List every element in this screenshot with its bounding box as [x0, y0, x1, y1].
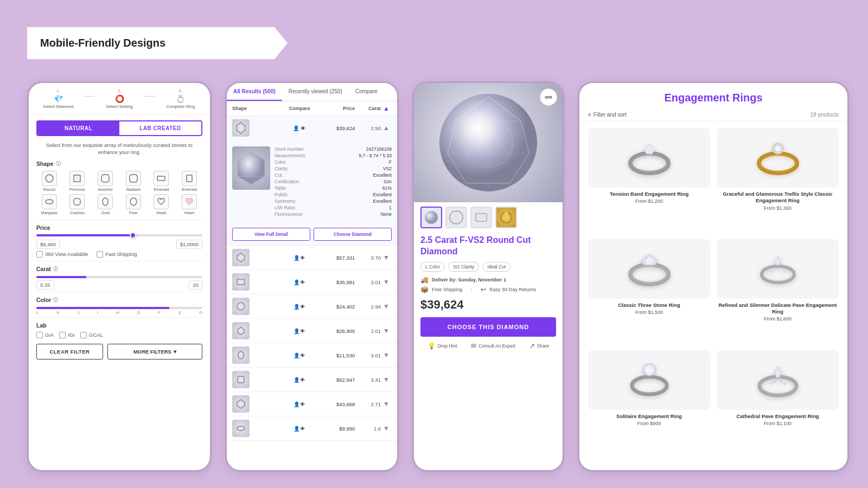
lab-toggle-btn[interactable]: LAB CREATED	[119, 121, 201, 135]
product-price-3: From $1,500	[635, 310, 663, 315]
phone-filter: 1. 💎 Select Diamond 2. ⭕ Select Setting …	[27, 81, 212, 472]
expand-4[interactable]: ▼	[383, 327, 392, 335]
shape-emerald1[interactable]: Emerald	[149, 171, 175, 192]
price-range-display: $6,400 $1,0000	[36, 240, 202, 249]
result-shape-1	[232, 249, 279, 266]
shape-oval[interactable]: Oval	[92, 194, 118, 215]
shape-cushion[interactable]: Cushion	[65, 194, 91, 215]
360-view-checkbox[interactable]: 360 View Available	[36, 251, 88, 258]
result-shape-6	[232, 371, 279, 388]
step-2-label: Select Setting	[106, 104, 132, 109]
thumb-4-ring[interactable]	[495, 207, 517, 228]
thumb-2[interactable]	[445, 207, 467, 228]
tab-compare[interactable]: Compare	[349, 83, 384, 101]
fast-shipping-checkbox[interactable]: Fast Shipping	[97, 251, 137, 258]
product-5[interactable]: Solitaire Engagement Ring From $900	[588, 350, 710, 448]
result-price-5: $11,530	[320, 352, 355, 358]
color-slider[interactable]	[36, 307, 202, 309]
lab-igi[interactable]: IGI	[59, 332, 75, 338]
color-labels: L K J I H G F E D	[36, 310, 202, 315]
drop-hint-action[interactable]: 💡 Drop Hint	[427, 342, 457, 350]
natural-toggle-btn[interactable]: NATURAL	[37, 121, 119, 135]
diamond-main-image: WR	[414, 83, 563, 202]
expand-8[interactable]: ▼	[383, 425, 392, 432]
shape-pear[interactable]: Pear	[120, 194, 146, 215]
carat-slider[interactable]	[36, 276, 202, 278]
svg-marker-43	[644, 144, 655, 154]
thumb-3[interactable]	[470, 207, 492, 228]
product-name-1: Tension Band Engagement Ring	[610, 191, 689, 197]
delivery-row: 🚚 Deliver by: Sunday, November 1	[420, 276, 556, 284]
hint-icon: 💡	[427, 342, 436, 350]
result-price-2: $35,981	[320, 279, 355, 285]
shape-section-title: Shape ⓘ	[36, 160, 202, 168]
shape-asscher[interactable]: Asscher	[92, 171, 118, 192]
price-slider-thumb[interactable]	[130, 232, 136, 239]
product-1[interactable]: Tension Band Engagement Ring From $1,200	[588, 128, 710, 233]
checkbox-360[interactable]	[36, 251, 43, 258]
thumb-1[interactable]	[420, 207, 442, 228]
col-shape: Shape	[232, 106, 279, 111]
detail-panel: Stock Number: 2427106109 Measurements: 8…	[227, 142, 397, 222]
expand-1[interactable]: ▼	[383, 254, 392, 261]
checkbox-igi[interactable]	[59, 332, 66, 338]
product-6[interactable]: Cathedral Pave Engagement Ring From $1,1…	[717, 350, 839, 448]
choose-diamond-button[interactable]: Choose Diamond	[314, 228, 392, 241]
checkbox-gia[interactable]	[36, 332, 43, 338]
svg-marker-24	[237, 400, 245, 408]
carat-max: 20	[189, 280, 202, 290]
tab-all-results[interactable]: All Results (500)	[227, 83, 282, 101]
shape-heart2[interactable]: Heart	[176, 194, 202, 215]
product-price-6: From $1,100	[764, 421, 792, 426]
shape-marquise[interactable]: Marquise	[36, 194, 62, 215]
carat-min: 0.25	[36, 280, 54, 290]
filter-sort-button[interactable]: ≡ Filter and sort	[588, 112, 627, 118]
svg-point-25	[237, 426, 245, 431]
tab-recently-viewed[interactable]: Recently viewed (250)	[282, 83, 349, 101]
result-row-8: 👤👁 $9,990 1.6 ▼	[227, 416, 397, 441]
svg-marker-13	[238, 152, 265, 184]
view-full-detail-button[interactable]: View Full Detail	[232, 228, 310, 241]
checkbox-gcal[interactable]	[80, 332, 87, 338]
lab-gcal[interactable]: GCAL	[80, 332, 103, 338]
checkbox-fast-shipping[interactable]	[97, 251, 103, 258]
price-slider[interactable]	[36, 234, 202, 236]
shape-round[interactable]: Round	[36, 171, 62, 192]
product-2[interactable]: Graceful and Glamorous Trellis Style Cla…	[717, 128, 839, 233]
expand-6[interactable]: ▼	[383, 376, 392, 383]
eye-icon: 👁	[300, 328, 305, 334]
detail-table: Table: 61%	[275, 185, 392, 191]
expand-3[interactable]: ▼	[383, 303, 392, 310]
result-diamond-img-5	[232, 346, 250, 364]
expand-5[interactable]: ▼	[383, 351, 392, 359]
shape-radiant[interactable]: Radiant	[120, 171, 146, 192]
product-3[interactable]: Classic Three Stone Ring From $1,500	[588, 239, 710, 344]
lab-gia[interactable]: GIA	[36, 332, 54, 338]
result-row-3: 👤👁 $24,402 2.94 ▼	[227, 294, 397, 319]
result-carat-5: 3.01	[357, 352, 381, 358]
share-action[interactable]: ↗ Share	[529, 342, 550, 350]
expanded-carat: 2.50	[357, 125, 381, 131]
shape-princess[interactable]: Princess	[65, 171, 91, 192]
eye-icon: 👁	[300, 377, 305, 383]
svg-point-56	[646, 367, 653, 373]
expand-7[interactable]: ▼	[383, 400, 392, 408]
result-carat-8: 1.6	[357, 426, 381, 432]
expanded-chevron[interactable]: ▲	[383, 124, 392, 132]
consult-expert-action[interactable]: ✉ Consult An Expert	[471, 342, 515, 350]
expand-2[interactable]: ▼	[383, 278, 392, 286]
result-price-6: $62,947	[320, 377, 355, 383]
choose-this-diamond-button[interactable]: CHOOSE THIS DIAMOND	[420, 317, 556, 337]
princess-icon	[69, 171, 85, 186]
free-shipping-row: 📦 Free Shipping | ↩ Easy 30-Day Returns	[420, 286, 556, 293]
product-name-4: Refined and Slimmer Delicate Pave Engage…	[717, 302, 839, 316]
compare-icons-5: 👤👁	[282, 352, 317, 358]
product-4[interactable]: Refined and Slimmer Delicate Pave Engage…	[717, 239, 839, 344]
result-row-7: 👤👁 $43,668 2.71 ▼	[227, 392, 397, 416]
result-carat-2: 3.01	[357, 279, 381, 285]
shape-emerald2[interactable]: Emerald	[176, 171, 202, 192]
more-filters-button[interactable]: MORE FILTERS ▾	[107, 344, 202, 359]
svg-point-53	[783, 271, 786, 273]
shape-heart1[interactable]: Heart	[149, 194, 175, 215]
clear-filter-button[interactable]: CLEAR FILTER	[36, 344, 103, 359]
